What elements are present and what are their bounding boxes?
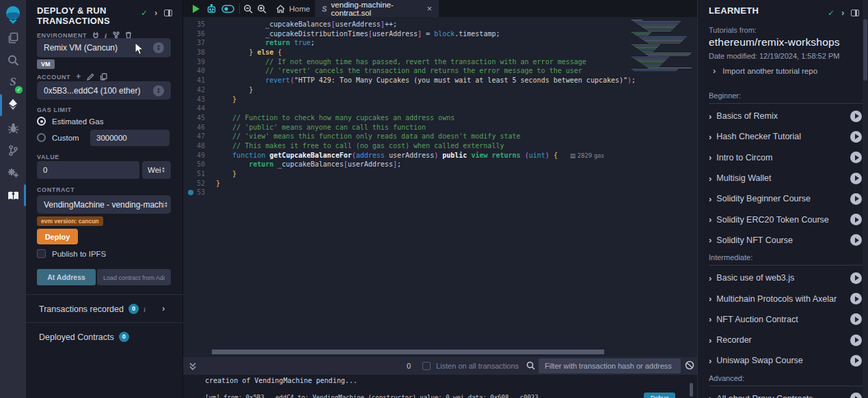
line-number[interactable]: 42 (183, 85, 216, 95)
play-tutorial-button[interactable] (850, 272, 862, 284)
code-line[interactable]: 51 } (183, 169, 697, 179)
deploy-run-icon[interactable] (0, 94, 26, 115)
listen-checkbox[interactable] (422, 362, 431, 370)
filter-transactions-input[interactable] (539, 358, 681, 373)
play-tutorial-button[interactable] (850, 335, 862, 346)
search-icon[interactable] (526, 360, 535, 373)
play-tutorial-button[interactable] (850, 355, 862, 367)
expand-panel-icon[interactable]: › (154, 10, 157, 16)
tab-vending-machine-contract[interactable]: S vending-machine-contract.sol × (315, 0, 439, 17)
toggle-switch-icon[interactable] (220, 0, 235, 17)
code-line[interactable]: 50 return _cupcakeBalances[userAddress]; (183, 160, 697, 169)
search-icon[interactable] (0, 50, 26, 70)
pin-panel-icon[interactable] (164, 10, 172, 16)
estimated-gas-radio-row[interactable]: Estimated Gas (37, 117, 103, 126)
line-number[interactable]: 50 (183, 160, 216, 169)
play-tutorial-button[interactable] (850, 234, 862, 246)
play-tutorial-button[interactable] (850, 214, 862, 225)
updates-check-icon[interactable]: ✓ (141, 8, 148, 18)
account-select[interactable]: 0x5B3...eddC4 (100 ether) ▲▼ (37, 81, 171, 100)
line-number[interactable]: 49 (183, 151, 216, 160)
code-line[interactable]: 45 // Function to check how many cupcake… (183, 113, 697, 123)
code-line[interactable]: 44 (183, 104, 697, 113)
learneth-scrollbar-track[interactable] (863, 0, 868, 398)
line-number[interactable]: 46 (183, 123, 216, 132)
edit-icon[interactable] (87, 73, 94, 81)
tutorial-item[interactable]: ›Multichain Protocols with Axelar (709, 288, 863, 309)
learneth-icon[interactable] (0, 186, 26, 206)
code-line[interactable]: 35 _cupcakeBalances[userAddress]++; (183, 20, 697, 29)
code-line[interactable]: 37 return true; (183, 38, 697, 48)
line-number[interactable]: 48 (183, 141, 216, 151)
play-tutorial-button[interactable] (850, 193, 862, 205)
tutorial-item[interactable]: ›Solidity Beginner Course (709, 188, 863, 209)
file-explorer-icon[interactable] (0, 27, 26, 48)
remix-logo-icon[interactable] (0, 4, 26, 26)
terminal-scrollbar[interactable] (690, 383, 693, 397)
minimap[interactable] (629, 19, 692, 72)
tutorial-item[interactable]: ›Uniswap Swap Course (709, 350, 863, 371)
publish-ipfs-row[interactable]: Publish to IPFS (37, 249, 106, 258)
play-tutorial-button[interactable] (850, 131, 862, 143)
play-tutorial-button[interactable] (850, 173, 862, 184)
updates-check-icon[interactable]: ✓ (828, 8, 835, 18)
line-number[interactable]: 52 (183, 179, 216, 188)
tab-home[interactable]: Home (269, 0, 317, 17)
tutorial-item[interactable]: ›Basic use of web3.js (709, 268, 863, 288)
checkbox-icon[interactable] (37, 249, 46, 258)
line-number[interactable]: 43 (183, 95, 216, 104)
code-line[interactable]: 53 (183, 188, 697, 197)
solidity-compiler-icon[interactable]: S ✓ (0, 72, 26, 92)
line-number[interactable]: 40 (183, 66, 216, 76)
line-number[interactable]: 44 (183, 104, 216, 113)
line-number[interactable]: 45 (183, 113, 216, 123)
clear-console-icon[interactable] (685, 360, 694, 373)
collapse-terminal-icon[interactable] (189, 361, 197, 373)
line-number[interactable]: 37 (183, 38, 216, 48)
play-tutorial-button[interactable] (850, 152, 862, 163)
transactions-recorded-row[interactable]: Transactions recorded 0 i (39, 304, 146, 314)
radio-selected-icon[interactable] (37, 117, 46, 126)
play-tutorial-button[interactable] (850, 293, 862, 304)
code-line[interactable]: 43 } (183, 95, 697, 104)
tutorial-item[interactable]: ›Hash Checker Tutorial (709, 126, 863, 147)
at-address-button[interactable]: At Address (37, 269, 96, 285)
tutorial-item[interactable]: ›All about Proxy Contracts (709, 388, 863, 398)
line-number[interactable]: 39 (183, 57, 216, 67)
value-unit-select[interactable]: Wei ▲▼ (142, 161, 171, 179)
import-tutorial-repo-row[interactable]: › Import another tutorial repo (713, 67, 817, 75)
tutorial-item[interactable]: ›Recorder (709, 330, 863, 350)
line-number[interactable]: 47 (183, 132, 216, 141)
info-icon[interactable]: i (105, 32, 107, 39)
tutorial-item[interactable]: ›Solidity NFT Course (709, 230, 863, 251)
radio-unselected-icon[interactable] (37, 133, 46, 142)
copy-icon[interactable] (100, 73, 107, 81)
deployed-contracts-row[interactable]: Deployed Contracts 0 (39, 332, 129, 342)
tutorial-item[interactable]: ›Solidity ERC20 Token Course (709, 209, 863, 229)
play-tutorial-button[interactable] (850, 393, 862, 398)
code-line[interactable]: 39 // If not enough time has passed, rev… (183, 57, 697, 67)
run-script-button[interactable] (190, 0, 201, 17)
code-line[interactable]: 47 // 'view' means this function only re… (183, 132, 697, 141)
environment-select[interactable]: Remix VM (Cancun) ▲▼ (37, 38, 171, 57)
code-line[interactable]: 49 function getCupcakeBalanceFor(address… (183, 151, 697, 160)
contract-select[interactable]: VendingMachine - vending-machin ▲▼ (37, 195, 171, 214)
git-icon[interactable] (0, 140, 26, 160)
at-address-input[interactable] (97, 269, 171, 285)
debugger-icon[interactable] (0, 117, 26, 138)
plus-icon[interactable]: + (76, 74, 81, 80)
tutorial-item[interactable]: ›NFT Auction Contract (709, 309, 863, 330)
horizontal-scrollbar[interactable] (212, 350, 604, 354)
code-line[interactable]: 40 // 'revert' cancels the transaction a… (183, 66, 697, 76)
tutorial-item[interactable]: ›Basics of Remix (709, 106, 863, 126)
zoom-out-icon[interactable] (242, 0, 254, 17)
code-line[interactable]: 52} (183, 179, 697, 188)
custom-gas-radio-row[interactable]: Custom (37, 133, 79, 142)
play-tutorial-button[interactable] (850, 313, 862, 325)
line-number[interactable]: 41 (183, 76, 216, 85)
custom-gas-input[interactable] (90, 130, 169, 146)
close-tab-icon[interactable]: × (426, 3, 432, 14)
debug-button[interactable]: Debug (644, 393, 675, 398)
line-number[interactable]: 51 (183, 169, 216, 179)
code-lines[interactable]: 35 _cupcakeBalances[userAddress]++;36 _c… (183, 17, 697, 357)
